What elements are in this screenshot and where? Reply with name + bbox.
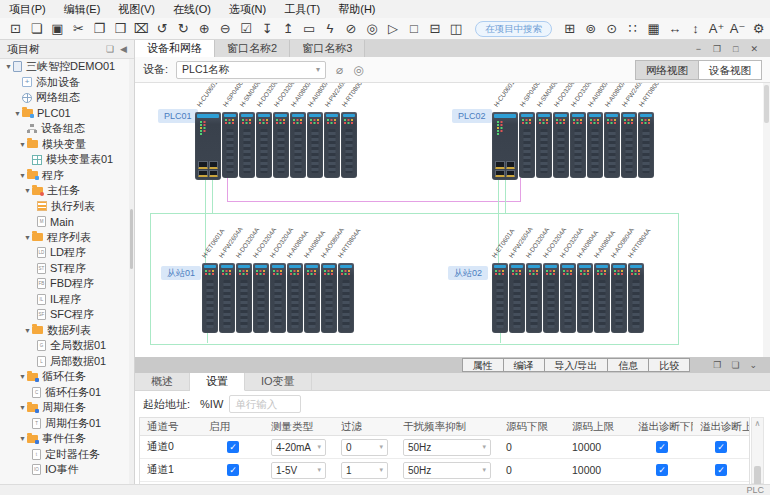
- io-module[interactable]: [324, 112, 340, 178]
- upload-from-plc-icon[interactable]: ↥: [279, 20, 298, 38]
- tree-item[interactable]: ▼周期任务: [0, 400, 129, 416]
- tree-item[interactable]: G全局数据01: [0, 338, 129, 354]
- dock-panel-icon[interactable]: ❏: [726, 360, 744, 370]
- fit-height-icon[interactable]: ↕: [686, 20, 705, 38]
- tree-item[interactable]: ▼数据列表: [0, 323, 129, 339]
- io-module[interactable]: [594, 263, 610, 333]
- io-module[interactable]: [202, 263, 218, 333]
- io-module[interactable]: [321, 263, 337, 333]
- io-module[interactable]: [519, 112, 535, 178]
- download-to-plc-icon[interactable]: ↧: [258, 20, 277, 38]
- io-module[interactable]: [536, 112, 552, 178]
- dropdown[interactable]: 4-20mA▾: [271, 439, 326, 456]
- tree-item[interactable]: 执行列表: [0, 199, 129, 215]
- tree-item[interactable]: ▼PLC01: [0, 106, 129, 122]
- io-module[interactable]: [628, 263, 644, 333]
- fit-width-icon[interactable]: ↔: [665, 20, 684, 38]
- checkbox[interactable]: ✓: [227, 441, 239, 453]
- rack-label-slave01[interactable]: 从站01: [161, 266, 201, 280]
- font-decrease-icon[interactable]: A⁻: [728, 20, 747, 38]
- io-module[interactable]: [526, 263, 542, 333]
- tree-item[interactable]: ▼程序: [0, 168, 129, 184]
- io-module[interactable]: [287, 263, 303, 333]
- action-button-编译[interactable]: 编译: [504, 358, 545, 372]
- zoom-out-icon[interactable]: ⊖: [216, 20, 235, 38]
- font-increase-icon[interactable]: A⁺: [707, 20, 726, 38]
- delete-icon[interactable]: ⌧: [132, 20, 151, 38]
- window-layout-icon[interactable]: ◫: [446, 20, 465, 38]
- inspector-tab-设置[interactable]: 设置: [190, 373, 245, 391]
- io-module[interactable]: [270, 263, 286, 333]
- io-module[interactable]: [587, 112, 603, 178]
- menu-item-3[interactable]: 在线(O): [164, 0, 220, 18]
- tree-item[interactable]: C循环任务01: [0, 385, 129, 401]
- tree-expand-arrow[interactable]: ▼: [23, 234, 32, 241]
- breakpoint-icon[interactable]: ⊙: [602, 20, 621, 38]
- io-module[interactable]: [560, 263, 576, 333]
- io-module[interactable]: [611, 263, 627, 333]
- search-in-project-button[interactable]: 在项目中搜索: [475, 21, 552, 37]
- menu-item-4[interactable]: 选项(N): [220, 0, 275, 18]
- clear-icon[interactable]: ⊘: [342, 20, 361, 38]
- compile-icon[interactable]: ☑: [237, 20, 256, 38]
- view-button-网络视图[interactable]: 网络视图: [635, 60, 699, 80]
- tree-item[interactable]: ▼事件任务: [0, 431, 129, 447]
- force-icon[interactable]: ϟ: [321, 20, 340, 38]
- restore-button[interactable]: ❐: [707, 44, 727, 54]
- io-module[interactable]: [553, 112, 569, 178]
- start-address-input[interactable]: [229, 395, 301, 413]
- tree-expand-arrow[interactable]: ▼: [4, 63, 13, 70]
- table-scrollbar[interactable]: ∧: [751, 417, 764, 484]
- paste-icon[interactable]: ❒: [111, 20, 130, 38]
- io-module[interactable]: [253, 263, 269, 333]
- scroll-up-icon[interactable]: ∧: [752, 418, 763, 430]
- cpu-module[interactable]: [195, 112, 221, 180]
- action-button-属性[interactable]: 属性: [462, 358, 504, 372]
- tree-expand-arrow[interactable]: ▼: [13, 110, 22, 117]
- memory-view-icon[interactable]: ▦: [644, 20, 663, 38]
- tree-item[interactable]: T周期任务01: [0, 416, 129, 432]
- syntax-check-icon[interactable]: ⊚: [581, 20, 600, 38]
- layout-panel-icon[interactable]: ❏: [103, 44, 117, 54]
- tab-设备和网络[interactable]: 设备和网络: [135, 40, 215, 57]
- dropdown[interactable]: 1▾: [341, 462, 388, 479]
- tree-item[interactable]: ▼主任务: [0, 183, 129, 199]
- zoom-in-icon[interactable]: ⊕: [195, 20, 214, 38]
- tree-item[interactable]: ▼程序列表: [0, 230, 129, 246]
- step-icon[interactable]: ∷: [623, 20, 642, 38]
- inspector-tab-IO变量[interactable]: IO变量: [245, 373, 312, 390]
- io-module[interactable]: [273, 112, 289, 178]
- tree-expand-arrow[interactable]: ▼: [23, 187, 32, 194]
- settings-icon[interactable]: ⚙: [749, 20, 768, 38]
- tree-item[interactable]: 模块变量表01: [0, 152, 129, 168]
- tree-expand-arrow[interactable]: ▼: [18, 373, 27, 380]
- tree-item[interactable]: ▼三峡智控DEMO01: [0, 59, 129, 75]
- tree-expand-arrow[interactable]: ▼: [23, 327, 32, 334]
- action-button-信息[interactable]: 信息: [608, 358, 649, 372]
- dropdown[interactable]: 50Hz▾: [403, 462, 491, 479]
- tree-item[interactable]: MMain: [0, 214, 129, 230]
- redo-icon[interactable]: ↻: [174, 20, 193, 38]
- io-module[interactable]: [338, 263, 354, 333]
- cut-icon[interactable]: ✂: [69, 20, 88, 38]
- tree-item[interactable]: LDLD程序: [0, 245, 129, 261]
- collapse-sidebar-icon[interactable]: ◀: [117, 44, 130, 54]
- rack-plc02[interactable]: [492, 112, 654, 180]
- rack-plc01[interactable]: [195, 112, 357, 180]
- tab-窗口名称2[interactable]: 窗口名称2: [215, 40, 290, 57]
- io-module[interactable]: [604, 112, 620, 178]
- rack-label-slave02[interactable]: 从站02: [448, 266, 488, 280]
- io-module[interactable]: [290, 112, 306, 178]
- tree-item[interactable]: t定时器任务: [0, 447, 129, 463]
- pause-icon[interactable]: ⊟: [425, 20, 444, 38]
- device-select[interactable]: PLC1名称 ▾: [176, 61, 326, 79]
- undo-icon[interactable]: ↺: [153, 20, 172, 38]
- find-replace-icon[interactable]: ◎: [362, 20, 381, 38]
- rack-slave02[interactable]: [492, 263, 644, 333]
- io-module[interactable]: [638, 112, 654, 178]
- save-project-icon[interactable]: ▣: [48, 20, 67, 38]
- io-module[interactable]: [239, 112, 255, 178]
- tree-item[interactable]: ▼循环任务: [0, 369, 129, 385]
- checkbox[interactable]: ✓: [715, 441, 727, 453]
- float-panel-icon[interactable]: ❐: [708, 360, 726, 370]
